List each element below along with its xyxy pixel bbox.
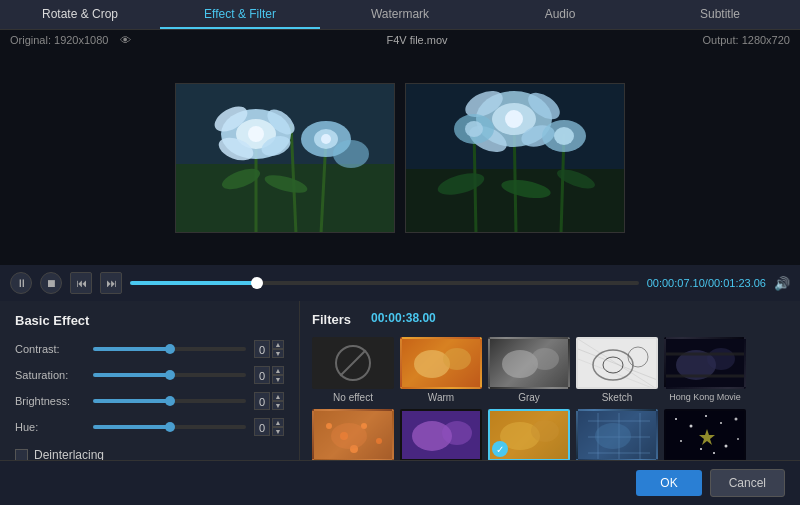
filter-purple[interactable]: Purple [400,409,482,460]
filter-thumb-purple [400,409,482,460]
next-frame-button[interactable]: ⏭ [100,272,122,294]
volume-icon[interactable]: 🔊 [774,276,790,291]
contrast-slider-handle[interactable] [165,344,175,354]
svg-point-77 [595,423,631,449]
saturation-label: Saturation: [15,369,85,381]
filter-coordinates[interactable]: Coordinates [576,409,658,460]
svg-point-66 [442,421,472,445]
contrast-slider[interactable] [93,347,246,351]
progress-fill [130,281,257,285]
filter-orange-dots[interactable]: Orange Dots [312,409,394,460]
filter-label-gray: Gray [518,392,540,403]
svg-point-84 [680,440,682,442]
tab-bar: Rotate & Crop Effect & Filter Watermark … [0,0,800,30]
controls-bar: ⏸ ⏹ ⏮ ⏭ 00:00:07.10/00:01:23.06 🔊 [0,265,800,301]
deinterlacing-checkbox[interactable] [15,449,28,461]
filter-no-effect[interactable]: No effect [312,337,394,403]
contrast-up[interactable]: ▲ [272,340,284,349]
bottom-action-bar: OK Cancel [0,460,800,505]
saturation-slider-fill [93,373,170,377]
cancel-button[interactable]: Cancel [710,469,785,497]
brightness-slider[interactable] [93,399,246,403]
filter-plain[interactable]: ✓ Plain [488,409,570,460]
filter-thumb-plain: ✓ [488,409,570,460]
stop-button[interactable]: ⏹ [40,272,62,294]
brightness-up[interactable]: ▲ [272,392,284,401]
filter-gray[interactable]: Gray [488,337,570,403]
eye-icon[interactable]: 👁 [120,34,131,46]
flower-svg-left [176,84,395,233]
filter-sketch[interactable]: Sketch [576,337,658,403]
svg-point-83 [735,418,738,421]
progress-handle[interactable] [251,277,263,289]
basic-effect-panel: Basic Effect Contrast: 0 ▲ ▼ Satu [0,301,300,460]
pause-button[interactable]: ⏸ [10,272,32,294]
brightness-spinner[interactable]: ▲ ▼ [272,392,284,410]
preview-videos [0,50,800,265]
svg-point-58 [326,423,332,429]
orange-preview-svg [314,411,394,460]
svg-point-33 [465,121,483,137]
svg-point-61 [376,438,382,444]
ok-button[interactable]: OK [636,470,701,496]
hue-slider[interactable] [93,425,246,429]
tab-effect-filter[interactable]: Effect & Filter [160,0,320,29]
tab-rotate-crop[interactable]: Rotate & Crop [0,0,160,29]
prev-frame-button[interactable]: ⏮ [70,272,92,294]
filter-label-sketch: Sketch [602,392,633,403]
svg-point-63 [331,423,367,449]
svg-point-15 [321,134,331,144]
preview-area: Original: 1920x1080 👁 F4V file.mov Outpu… [0,30,800,265]
hue-slider-handle[interactable] [165,422,175,432]
brightness-label: Brightness: [15,395,85,407]
saturation-spinner[interactable]: ▲ ▼ [272,366,284,384]
contrast-spinner[interactable]: ▲ ▼ [272,340,284,358]
contrast-down[interactable]: ▼ [272,349,284,358]
tab-audio[interactable]: Audio [480,0,640,29]
svg-point-80 [690,425,693,428]
filter-hk-movie[interactable]: Hong Kong Movie [664,337,746,403]
hue-down[interactable]: ▼ [272,427,284,436]
hue-spinner[interactable]: ▲ ▼ [272,418,284,436]
svg-point-54 [707,348,735,370]
contrast-value: 0 ▲ ▼ [254,340,284,358]
filter-label-hk: Hong Kong Movie [669,392,741,402]
brightness-slider-handle[interactable] [165,396,175,406]
filter-thumb-stars [664,409,746,460]
filter-stars[interactable]: Stars [664,409,746,460]
deinterlacing-label: Deinterlacing [34,448,104,460]
saturation-slider[interactable] [93,373,246,377]
brightness-value: 0 ▲ ▼ [254,392,284,410]
filter-thumb-no-effect [312,337,394,389]
hue-up[interactable]: ▲ [272,418,284,427]
tab-subtitle[interactable]: Subtitle [640,0,800,29]
hue-label: Hue: [15,421,85,433]
filter-thumb-hk [664,337,746,389]
brightness-down[interactable]: ▼ [272,401,284,410]
progress-bar[interactable] [130,281,639,285]
bottom-panel: Basic Effect Contrast: 0 ▲ ▼ Satu [0,301,800,460]
output-size-label: Output: 1280x720 [703,34,790,46]
warm-preview-svg [402,339,482,389]
no-effect-icon [335,345,371,381]
svg-point-85 [700,448,702,450]
filters-title: Filters [312,312,351,327]
svg-point-18 [333,140,369,168]
deinterlacing-row: Deinterlacing [15,448,284,460]
tab-watermark[interactable]: Watermark [320,0,480,29]
video-preview-right [405,83,625,233]
brightness-row: Brightness: 0 ▲ ▼ [15,392,284,410]
basic-effect-title: Basic Effect [15,313,284,328]
saturation-slider-handle[interactable] [165,370,175,380]
contrast-slider-fill [93,347,170,351]
saturation-value: 0 ▲ ▼ [254,366,284,384]
saturation-num: 0 [254,366,270,384]
filter-thumb-coordinates [576,409,658,460]
filter-label-no-effect: No effect [333,392,373,403]
filter-warm[interactable]: Warm [400,337,482,403]
filter-thumb-gray [488,337,570,389]
saturation-down[interactable]: ▼ [272,375,284,384]
purple-preview-svg [402,411,482,460]
saturation-up[interactable]: ▲ [272,366,284,375]
filter-thumb-sketch [576,337,658,389]
